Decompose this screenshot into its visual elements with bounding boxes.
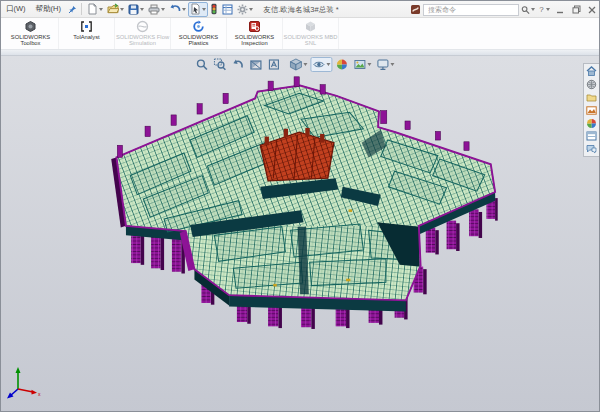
addin-label: TolAnalyst — [73, 34, 99, 40]
save-button[interactable] — [126, 2, 146, 17]
addin-label: SOLIDWORKS MBD SNL — [283, 34, 338, 46]
dropdown-arrow-icon — [531, 8, 535, 11]
search-commands-input[interactable] — [426, 5, 496, 14]
pin-menu-icon[interactable] — [66, 3, 78, 15]
dropdown-arrow-icon — [182, 8, 186, 11]
addin-label: SOLIDWORKS Flow Simulation — [115, 34, 170, 46]
view-palette-tab[interactable] — [584, 104, 599, 116]
zoom-to-fit-button[interactable] — [193, 57, 210, 72]
dropdown-arrow-icon — [546, 8, 550, 11]
inspection-icon — [248, 20, 261, 33]
file-explorer-tab[interactable] — [584, 91, 599, 103]
dropdown-arrow-icon — [140, 8, 144, 11]
help-label: ? — [538, 5, 544, 14]
open-button[interactable] — [105, 2, 126, 17]
dropdown-arrow-icon — [390, 63, 394, 66]
addin-solidworks-toolbox[interactable]: SOLIDWORKS Toolbox — [3, 18, 59, 49]
solidworks-forum-tab[interactable] — [584, 143, 599, 155]
dropdown-arrow-icon — [367, 63, 371, 66]
view-settings-button[interactable] — [374, 57, 396, 72]
addin-label: SOLIDWORKS Inspection — [227, 34, 282, 46]
hide-show-items-button[interactable] — [310, 57, 332, 72]
document-title: 友信.欧海名城3#总装 * — [263, 1, 338, 18]
search-logo-icon — [410, 4, 421, 15]
dropdown-arrow-icon — [249, 8, 253, 11]
addin-flow-simulation[interactable]: SOLIDWORKS Flow Simulation — [115, 18, 171, 49]
custom-properties-tab[interactable] — [584, 130, 599, 142]
close-button[interactable] — [585, 3, 599, 16]
ribbon-addins-tab: SOLIDWORKS Toolbox TolAnalyst SOLIDWORKS… — [1, 18, 600, 50]
apply-scene-button[interactable] — [351, 57, 373, 72]
solidworks-window: 口(W) 帮助(H) — [0, 0, 600, 412]
addin-plastics[interactable]: SOLIDWORKS Plastics — [171, 18, 227, 49]
minimize-button[interactable] — [553, 3, 567, 16]
menu-window-label: 口(W) — [6, 4, 26, 14]
file-properties-button[interactable] — [220, 2, 235, 17]
solidworks-resources-tab[interactable] — [584, 65, 599, 77]
dropdown-arrow-icon — [326, 63, 330, 66]
dynamic-annotation-views-button[interactable] — [265, 57, 282, 72]
search-button[interactable] — [521, 3, 535, 16]
menu-window[interactable]: 口(W) — [1, 1, 31, 17]
task-pane-tabs — [583, 63, 600, 157]
addin-mbd-snl[interactable]: SOLIDWORKS MBD SNL — [283, 18, 339, 49]
search-commands-box — [423, 4, 519, 16]
previous-view-button[interactable] — [229, 57, 246, 72]
menu-help-label: 帮助(H) — [36, 4, 61, 14]
options-button[interactable] — [235, 2, 255, 17]
undo-button[interactable] — [167, 2, 188, 17]
model-3d-view[interactable] — [1, 56, 600, 412]
dropdown-arrow-icon — [161, 8, 165, 11]
appearances-scenes-tab[interactable] — [584, 117, 599, 129]
tolanalyst-icon — [80, 20, 93, 33]
toolbar-separator — [81, 3, 82, 15]
flow-simulation-icon — [136, 20, 149, 33]
mbd-snl-icon — [304, 20, 317, 33]
view-orientation-button[interactable] — [287, 57, 309, 72]
plastics-icon — [192, 20, 205, 33]
triad-x-label: x — [38, 391, 41, 397]
addin-label: SOLIDWORKS Toolbox — [3, 34, 58, 46]
design-library-tab[interactable] — [584, 78, 599, 90]
addin-label: SOLIDWORKS Plastics — [171, 34, 226, 46]
section-view-button[interactable] — [247, 57, 264, 72]
help-button[interactable]: ? — [537, 3, 551, 16]
edit-appearance-button[interactable] — [333, 57, 350, 72]
zoom-to-area-button[interactable] — [211, 57, 228, 72]
addin-tolanalyst[interactable]: TolAnalyst — [59, 18, 115, 49]
dropdown-arrow-icon — [303, 63, 307, 66]
select-button[interactable] — [188, 2, 208, 17]
coordinate-triad: x — [5, 365, 45, 399]
restore-button[interactable] — [569, 3, 583, 16]
dropdown-arrow-icon — [120, 8, 124, 11]
headsup-view-toolbar — [193, 57, 396, 72]
dropdown-arrow-icon — [202, 8, 206, 11]
dropdown-arrow-icon — [99, 8, 103, 11]
graphics-viewport[interactable]: x — [1, 56, 600, 412]
title-bar: 口(W) 帮助(H) — [1, 1, 600, 18]
print-button[interactable] — [146, 2, 167, 17]
menu-help[interactable]: 帮助(H) — [31, 1, 66, 17]
addin-inspection[interactable]: SOLIDWORKS Inspection — [227, 18, 283, 49]
rebuild-button[interactable] — [208, 2, 220, 17]
toolbox-icon — [24, 20, 37, 33]
new-button[interactable] — [85, 2, 105, 17]
